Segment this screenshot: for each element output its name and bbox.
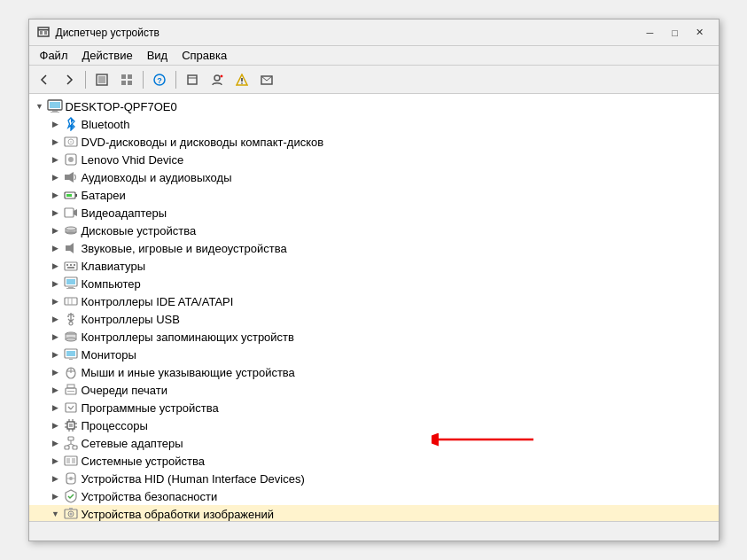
keyboard-expand-btn[interactable]: ▶	[49, 259, 63, 273]
sound-expand-btn[interactable]: ▶	[49, 241, 63, 255]
tree-item-bluetooth[interactable]: ▶ Bluetooth	[29, 115, 719, 133]
security-expand-btn[interactable]: ▶	[49, 489, 63, 503]
tree-item-cpu[interactable]: ▶ Процессоры	[29, 416, 719, 434]
storage-label: Контроллеры запоминающих устройств	[82, 331, 294, 344]
toolbar-btn-8[interactable]	[206, 69, 229, 90]
help-toolbar-button[interactable]: ?	[148, 69, 171, 90]
hid-icon	[63, 471, 79, 486]
device-manager-window: Диспетчер устройств ─ □ ✕ Файл Действие …	[28, 19, 720, 541]
svg-line-68	[71, 406, 74, 409]
tree-item-lenovo[interactable]: ▶ Lenovo Vhid Device	[29, 151, 719, 168]
mice-expand-btn[interactable]: ▶	[49, 365, 63, 379]
cpu-expand-btn[interactable]: ▶	[49, 418, 63, 432]
cpu-label: Процессоры	[82, 419, 148, 432]
svg-rect-42	[66, 264, 68, 266]
tree-item-computer[interactable]: ▶ Компьютер	[29, 275, 719, 292]
menu-file[interactable]: Файл	[33, 47, 75, 64]
toolbar-separator-1	[85, 71, 86, 89]
bluetooth-expand-btn[interactable]: ▶	[49, 117, 63, 131]
svg-point-14	[214, 75, 220, 81]
tree-item-imaging[interactable]: ▼ Устройства обработки изображений	[29, 505, 719, 521]
computer-label: Компьютер	[82, 277, 141, 291]
root-expand[interactable]: ▼	[33, 99, 47, 113]
tree-item-system[interactable]: ▶ Системные устройства	[29, 452, 719, 470]
system-expand-btn[interactable]: ▶	[49, 454, 63, 468]
back-button[interactable]	[33, 69, 56, 90]
imaging-expand-btn[interactable]: ▼	[49, 507, 63, 521]
hid-expand-btn[interactable]: ▶	[49, 471, 63, 486]
svg-point-29	[70, 141, 72, 143]
tree-item-mice[interactable]: ▶ Мыши и иные указывающие устройства	[29, 363, 719, 381]
svg-point-56	[66, 338, 76, 341]
toolbar-btn-3[interactable]	[90, 69, 113, 90]
toolbar-btn-10[interactable]	[255, 69, 278, 90]
ide-expand-btn[interactable]: ▶	[49, 294, 63, 308]
network-icon	[63, 435, 79, 451]
svg-line-67	[68, 407, 71, 409]
tree-item-security[interactable]: ▶ Устройства безопасности	[29, 487, 719, 505]
tree-item-usb[interactable]: ▶ Контроллеры USB	[29, 310, 719, 328]
menu-view[interactable]: Вид	[140, 47, 175, 64]
toolbar-btn-7[interactable]	[181, 69, 204, 90]
imaging-icon	[63, 506, 79, 521]
svg-rect-95	[69, 508, 73, 509]
minimize-button[interactable]: ─	[639, 24, 662, 42]
menu-action[interactable]: Действие	[74, 47, 139, 64]
software-label: Программные устройства	[82, 401, 219, 415]
svg-rect-3	[44, 31, 47, 35]
title-bar-buttons: ─ □ ✕	[639, 24, 712, 42]
software-expand-btn[interactable]: ▶	[49, 401, 63, 415]
bluetooth-label: Bluetooth	[82, 118, 130, 131]
video-expand-btn[interactable]: ▶	[49, 206, 63, 220]
printers-expand-btn[interactable]: ▶	[49, 383, 63, 397]
monitors-expand-btn[interactable]: ▶	[49, 347, 63, 362]
svg-point-39	[66, 227, 76, 230]
svg-rect-80	[65, 446, 69, 449]
disk-icon	[63, 222, 79, 238]
network-expand-btn[interactable]: ▶	[49, 436, 63, 450]
battery-expand-btn[interactable]: ▶	[49, 188, 63, 202]
svg-rect-70	[69, 424, 73, 427]
lenovo-expand-btn[interactable]: ▶	[49, 152, 63, 167]
tree-item-hid[interactable]: ▶ Устройства HID (Human Interface Device…	[29, 470, 719, 487]
sound-icon	[63, 240, 79, 256]
svg-rect-35	[66, 194, 72, 197]
toolbar-btn-9[interactable]	[230, 69, 253, 90]
storage-expand-btn[interactable]: ▶	[49, 330, 63, 344]
tree-items-container: ▶ Bluetooth ▶ DVD-дисководы и дисководы …	[29, 115, 719, 521]
storage-icon	[63, 329, 79, 345]
tree-item-disk[interactable]: ▶ Дисковые устройства	[29, 222, 719, 239]
tree-item-storage[interactable]: ▶ Контроллеры запоминающих устройств	[29, 328, 719, 346]
device-tree: ▼ DESKTOP-QPF7OE0 ▶ Bluetooth ▶	[29, 94, 719, 521]
tree-item-printers[interactable]: ▶ Очереди печати	[29, 381, 719, 399]
ide-icon	[63, 293, 79, 309]
tree-item-monitors[interactable]: ▶ Мониторы	[29, 346, 719, 363]
svg-rect-5	[98, 76, 105, 83]
svg-rect-81	[73, 446, 77, 449]
monitors-icon	[63, 346, 79, 362]
tree-item-battery[interactable]: ▶ Батареи	[29, 186, 719, 204]
computer-expand-btn[interactable]: ▶	[49, 276, 63, 291]
maximize-button[interactable]: □	[664, 24, 687, 42]
system-label: Системные устройства	[82, 455, 205, 468]
audio-expand-btn[interactable]: ▶	[49, 170, 63, 184]
forward-button[interactable]	[58, 69, 81, 90]
tree-item-sound[interactable]: ▶ Звуковые, игровые и видеоустройства	[29, 239, 719, 257]
disk-expand-btn[interactable]: ▶	[49, 223, 63, 237]
battery-icon	[63, 187, 79, 203]
tree-item-network[interactable]: ▶ Сетевые адаптеры	[29, 434, 719, 452]
tree-item-dvd[interactable]: ▶ DVD-дисководы и дисководы компакт-диск…	[29, 133, 719, 151]
tree-item-audio[interactable]: ▶ Аудиовходы и аудиовыходы	[29, 168, 719, 186]
close-button[interactable]: ✕	[689, 24, 712, 42]
tree-root[interactable]: ▼ DESKTOP-QPF7OE0	[29, 97, 719, 115]
tree-item-ide[interactable]: ▶ Контроллеры IDE ATA/ATAPI	[29, 292, 719, 310]
toolbar-btn-4[interactable]	[115, 69, 138, 90]
menu-help[interactable]: Справка	[175, 47, 234, 64]
tree-item-video[interactable]: ▶ Видеоадаптеры	[29, 204, 719, 222]
tree-item-keyboard[interactable]: ▶ Клавиатуры	[29, 257, 719, 275]
tree-item-software[interactable]: ▶ Программные устройства	[29, 399, 719, 416]
usb-expand-btn[interactable]: ▶	[49, 312, 63, 326]
svg-rect-36	[65, 208, 74, 217]
dvd-expand-btn[interactable]: ▶	[49, 135, 63, 149]
battery-label: Батареи	[82, 189, 126, 202]
